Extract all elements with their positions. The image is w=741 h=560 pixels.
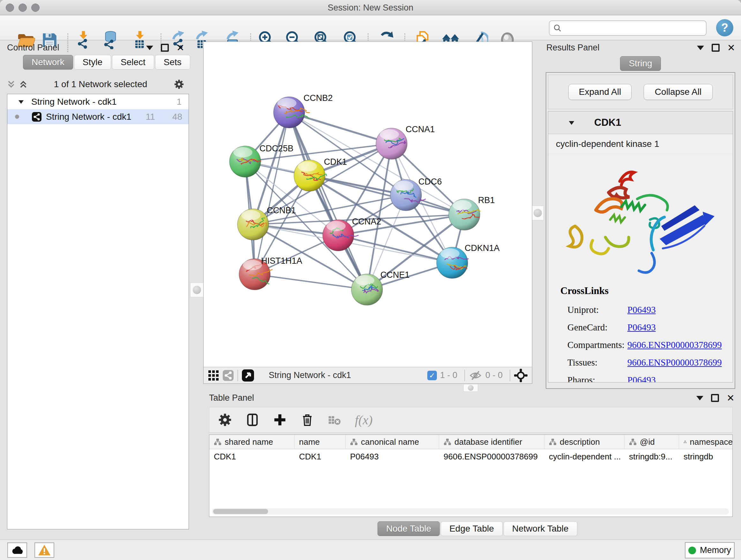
table-cell[interactable]: cyclin-dependent ... xyxy=(544,449,624,464)
column-label: canonical name xyxy=(361,437,419,447)
hierarchy-column-icon xyxy=(629,438,636,446)
crosslink-label: Tissues: xyxy=(560,357,627,368)
collapse-all-tree-icon[interactable] xyxy=(7,80,15,88)
panel-collapse-icon[interactable] xyxy=(146,46,153,50)
column-label: namespace xyxy=(690,437,733,447)
column-header-canonical-name[interactable]: canonical name xyxy=(346,435,439,449)
network-row-selected[interactable]: String Network - cdk1 11 48 xyxy=(7,109,189,124)
help-icon[interactable]: ? xyxy=(716,19,733,37)
cloud-status-button[interactable] xyxy=(7,543,27,558)
network-edge[interactable] xyxy=(255,112,289,274)
table-cell[interactable]: stringdb:9... xyxy=(624,449,679,464)
table-horizontal-scrollbar[interactable] xyxy=(212,508,729,515)
network-canvas[interactable]: CCNB2CCNA1CDC25BCDK1CDC6RB1CCNB1CCNA2CDK… xyxy=(204,42,532,367)
node-gloss-highlight xyxy=(298,161,317,172)
birds-eye-view-icon[interactable] xyxy=(242,369,254,381)
table-cell[interactable]: CDK1 xyxy=(209,449,294,464)
crosslink-link[interactable]: P06493 xyxy=(627,375,656,382)
network-node[interactable] xyxy=(436,247,469,278)
network-node[interactable] xyxy=(376,128,407,159)
tree-expand-icon[interactable] xyxy=(18,99,24,105)
network-node[interactable] xyxy=(351,274,383,305)
network-options-gear-icon[interactable] xyxy=(174,79,185,90)
tab-network[interactable]: Network xyxy=(23,55,73,70)
selected-checkbox-icon[interactable]: ✓ xyxy=(427,371,437,380)
panel-float-icon[interactable] xyxy=(712,44,720,52)
network-edge[interactable] xyxy=(289,112,392,144)
titlebar: Session: New Session xyxy=(0,0,741,15)
collapse-all-button[interactable]: Collapse All xyxy=(644,84,713,100)
panel-float-icon[interactable] xyxy=(711,394,719,402)
column-label: description xyxy=(560,437,600,447)
network-view-toolbar: String Network - cdk1 ✓ 1 - 0 0 - 0 xyxy=(204,367,532,383)
panel-collapse-icon[interactable] xyxy=(697,46,704,50)
crosslink-link[interactable]: P06493 xyxy=(627,305,656,315)
fit-content-crosshair-icon[interactable] xyxy=(514,369,528,382)
tab-edge-table[interactable]: Edge Table xyxy=(441,521,502,536)
show-columns-icon[interactable] xyxy=(245,413,260,427)
network-share-icon[interactable] xyxy=(223,370,233,381)
crosslink-row: Compartments:9606.ENSP00000378699 xyxy=(560,336,733,354)
node-label: CCNA1 xyxy=(406,125,435,134)
right-splitter-handle[interactable] xyxy=(532,206,544,220)
crosslink-link[interactable]: 9606.ENSP00000378699 xyxy=(627,340,722,350)
gene-section-header[interactable]: CDK1 xyxy=(548,111,733,134)
table-row[interactable]: CDK1CDK1P064939606.ENSP00000378699cyclin… xyxy=(209,449,732,464)
section-expand-icon[interactable] xyxy=(568,120,575,125)
memory-button[interactable]: Memory xyxy=(685,542,735,558)
edge-count: 48 xyxy=(172,112,182,122)
search-input[interactable] xyxy=(562,23,706,34)
left-splitter-handle[interactable] xyxy=(190,283,204,297)
column-header-description[interactable]: description xyxy=(544,435,624,449)
tab-style[interactable]: Style xyxy=(74,55,111,70)
table-options-gear-icon[interactable] xyxy=(218,413,232,427)
tab-select[interactable]: Select xyxy=(112,55,154,70)
panel-close-icon[interactable]: ✕ xyxy=(177,44,185,52)
bottom-splitter-handle[interactable] xyxy=(463,384,478,392)
crosslink-link[interactable]: 9606.ENSP00000378699 xyxy=(627,357,722,368)
delete-table-icon[interactable] xyxy=(327,413,342,427)
app-window: Session: New Session ? Control Panel ✕ N… xyxy=(0,0,741,560)
table-cell[interactable]: CDK1 xyxy=(294,449,346,464)
add-column-icon[interactable] xyxy=(273,413,287,427)
tab-network-table[interactable]: Network Table xyxy=(503,521,577,536)
table-cell[interactable]: P06493 xyxy=(346,449,439,464)
hierarchy-column-icon xyxy=(684,438,687,446)
hidden-eye-slash-icon[interactable] xyxy=(469,369,482,382)
tab-string[interactable]: String xyxy=(620,56,661,71)
expand-all-tree-icon[interactable] xyxy=(19,80,27,88)
column-header-database-identifier[interactable]: database identifier xyxy=(439,435,544,449)
delete-column-trash-icon[interactable] xyxy=(300,413,315,427)
network-node[interactable] xyxy=(238,209,269,240)
panel-collapse-icon[interactable] xyxy=(696,396,703,400)
table-cell[interactable]: stringdb xyxy=(679,449,733,464)
search-field[interactable] xyxy=(549,20,706,36)
column-label: @id xyxy=(640,437,655,447)
scrollbar-thumb[interactable] xyxy=(213,509,268,514)
tab-node-table[interactable]: Node Table xyxy=(378,521,440,536)
warnings-button[interactable] xyxy=(35,543,54,558)
network-node[interactable] xyxy=(449,199,481,230)
panel-float-icon[interactable] xyxy=(161,44,169,52)
panel-close-icon[interactable]: ✕ xyxy=(727,394,735,402)
panel-close-icon[interactable]: ✕ xyxy=(727,44,735,52)
expand-all-button[interactable]: Expand All xyxy=(568,84,631,100)
function-builder-icon[interactable]: f(x) xyxy=(355,413,373,428)
column-header-shared-name[interactable]: shared name xyxy=(209,435,294,449)
network-collection-row[interactable]: String Network - cdk1 1 xyxy=(7,94,189,109)
table-panel: Table Panel ✕ f(x) shared namenamecanoni… xyxy=(203,392,738,540)
column-header-name[interactable]: name xyxy=(294,435,346,449)
network-edge[interactable] xyxy=(255,274,367,290)
network-edge[interactable] xyxy=(338,235,452,263)
show-grid-icon[interactable] xyxy=(208,370,219,381)
table-cell[interactable]: 9606.ENSP00000378699 xyxy=(439,449,544,464)
tab-sets[interactable]: Sets xyxy=(155,55,190,70)
table-tabs: Node TableEdge TableNetwork Table xyxy=(378,521,577,536)
crosslinks-heading: CrossLinks xyxy=(560,285,733,297)
crosslink-link[interactable]: P06493 xyxy=(627,322,656,333)
column-header-@id[interactable]: @id xyxy=(624,435,679,449)
node-label: CCNE1 xyxy=(381,270,410,280)
crosslink-label: Compartments: xyxy=(560,340,627,350)
column-header-namespace[interactable]: namespace xyxy=(679,435,733,449)
network-node[interactable] xyxy=(229,146,261,177)
